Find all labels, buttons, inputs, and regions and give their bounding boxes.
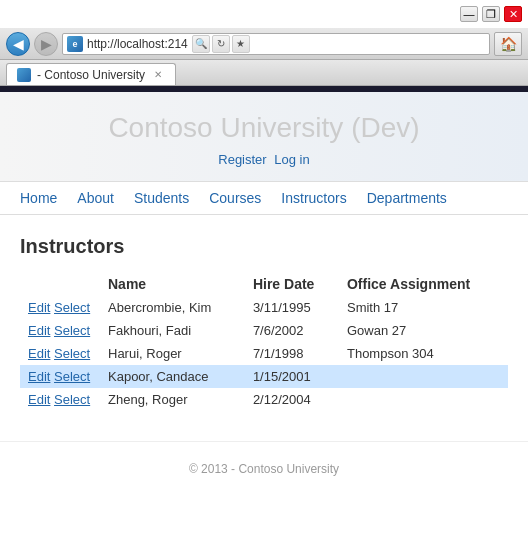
row-actions: Edit Select [20, 296, 100, 319]
instructor-name: Kapoor, Candace [100, 365, 245, 388]
table-row: Edit SelectFakhouri, Fadi7/6/2002Gowan 2… [20, 319, 508, 342]
instructors-table: Name Hire Date Office Assignment Edit Se… [20, 272, 508, 411]
row-actions: Edit Select [20, 319, 100, 342]
col-header-actions [20, 272, 100, 296]
nav-menu: Home About Students Courses Instructors … [0, 181, 528, 215]
col-header-name: Name [100, 272, 245, 296]
back-button[interactable]: ◀ [6, 32, 30, 56]
hire-date: 1/15/2001 [245, 365, 339, 388]
instructor-name: Fakhouri, Fadi [100, 319, 245, 342]
close-button[interactable]: ✕ [504, 6, 522, 22]
hire-date: 3/11/1995 [245, 296, 339, 319]
nav-about[interactable]: About [77, 190, 114, 206]
restore-button[interactable]: ❐ [482, 6, 500, 22]
page-content: Contoso University (Dev) Register Log in… [0, 92, 528, 547]
office-assignment: Smith 17 [339, 296, 508, 319]
row-actions: Edit Select [20, 388, 100, 411]
col-header-hire-date: Hire Date [245, 272, 339, 296]
home-button[interactable]: 🏠 [494, 32, 522, 56]
page-header: Contoso University (Dev) Register Log in [0, 92, 528, 181]
instructor-name: Abercrombie, Kim [100, 296, 245, 319]
nav-departments[interactable]: Departments [367, 190, 447, 206]
office-assignment [339, 388, 508, 411]
search-icon[interactable]: 🔍 [192, 35, 210, 53]
table-row: Edit SelectHarui, Roger7/1/1998Thompson … [20, 342, 508, 365]
url-box[interactable]: e http://localhost:214 🔍 ↻ ★ [62, 33, 490, 55]
forward-button[interactable]: ▶ [34, 32, 58, 56]
edit-button[interactable]: Edit [28, 369, 50, 384]
edit-button[interactable]: Edit [28, 346, 50, 361]
table-row: Edit SelectKapoor, Candace1/15/2001 [20, 365, 508, 388]
edit-button[interactable]: Edit [28, 392, 50, 407]
instructor-name: Harui, Roger [100, 342, 245, 365]
star-icon[interactable]: ★ [232, 35, 250, 53]
row-actions: Edit Select [20, 365, 100, 388]
select-button[interactable]: Select [54, 300, 90, 315]
page-footer: © 2013 - Contoso University [0, 441, 528, 496]
edit-button[interactable]: Edit [28, 323, 50, 338]
tab-favicon [17, 68, 31, 82]
office-assignment [339, 365, 508, 388]
refresh-icon[interactable]: ↻ [212, 35, 230, 53]
url-text: http://localhost:214 [87, 37, 188, 51]
register-link[interactable]: Register [218, 152, 266, 167]
instructor-name: Zheng, Roger [100, 388, 245, 411]
site-title: Contoso University (Dev) [0, 112, 528, 144]
url-favicon: e [67, 36, 83, 52]
active-tab[interactable]: - Contoso University ✕ [6, 63, 176, 85]
hire-date: 2/12/2004 [245, 388, 339, 411]
browser-chrome: — ❐ ✕ ◀ ▶ e http://localhost:214 🔍 ↻ ★ 🏠… [0, 0, 528, 92]
auth-links: Register Log in [0, 152, 528, 167]
tab-close-button[interactable]: ✕ [151, 68, 165, 82]
select-button[interactable]: Select [54, 323, 90, 338]
table-row: Edit SelectAbercrombie, Kim3/11/1995Smit… [20, 296, 508, 319]
table-row: Edit SelectZheng, Roger2/12/2004 [20, 388, 508, 411]
tab-title: - Contoso University [37, 68, 145, 82]
hire-date: 7/6/2002 [245, 319, 339, 342]
select-button[interactable]: Select [54, 346, 90, 361]
nav-home[interactable]: Home [20, 190, 57, 206]
minimize-button[interactable]: — [460, 6, 478, 22]
col-header-office: Office Assignment [339, 272, 508, 296]
footer-text: © 2013 - Contoso University [189, 462, 339, 476]
office-assignment: Gowan 27 [339, 319, 508, 342]
select-button[interactable]: Select [54, 369, 90, 384]
row-actions: Edit Select [20, 342, 100, 365]
login-link[interactable]: Log in [274, 152, 309, 167]
tab-bar: - Contoso University ✕ [0, 60, 528, 86]
title-bar: — ❐ ✕ [0, 0, 528, 28]
edit-button[interactable]: Edit [28, 300, 50, 315]
nav-courses[interactable]: Courses [209, 190, 261, 206]
address-bar: ◀ ▶ e http://localhost:214 🔍 ↻ ★ 🏠 [0, 28, 528, 60]
nav-students[interactable]: Students [134, 190, 189, 206]
hire-date: 7/1/1998 [245, 342, 339, 365]
main-content: Instructors Name Hire Date Office Assign… [0, 215, 528, 431]
page-heading: Instructors [20, 235, 508, 258]
nav-instructors[interactable]: Instructors [281, 190, 346, 206]
office-assignment: Thompson 304 [339, 342, 508, 365]
select-button[interactable]: Select [54, 392, 90, 407]
